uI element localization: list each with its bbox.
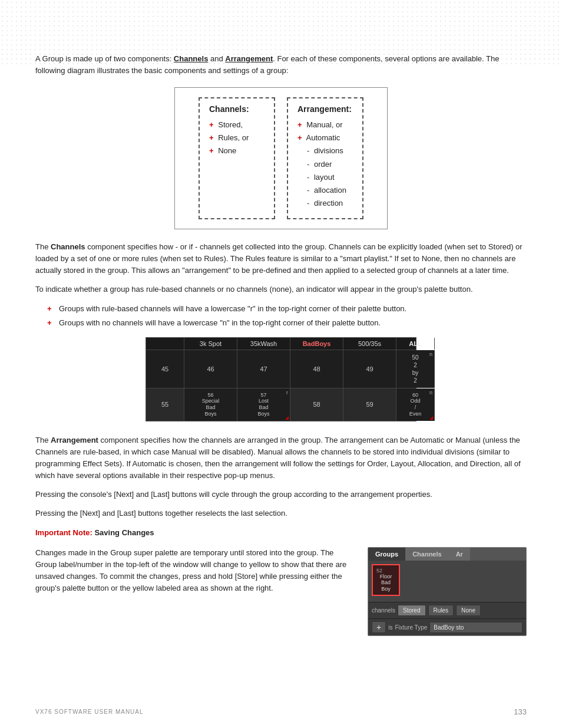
cell-47: 47 [237, 350, 290, 388]
bullet-plus-2: + [47, 317, 54, 329]
cell-59: 59 [343, 388, 396, 421]
arrangement-item-direction: - direction [297, 197, 353, 210]
important-note-label: Important Note: [35, 528, 92, 537]
cell-49: 49 [343, 350, 396, 388]
bottom-section: Changes made in the Group super palette … [35, 547, 527, 636]
col-header-35kwash: 35kWash [237, 338, 290, 350]
cell-50-value: 502by2 [412, 354, 418, 384]
palette-grid: 3k Spot 35kWash BadBoys 500/35s ALL 45 4… [146, 337, 416, 421]
tab-channels[interactable]: Channels [405, 548, 449, 561]
bullet-item-2: + Groups with no channels will have a lo… [47, 317, 527, 329]
channels-item-3: + None [209, 144, 265, 157]
minus-icon-divisions: - [307, 146, 309, 155]
bullet-plus-1: + [47, 303, 54, 315]
saving-changes-label: Saving Changes [94, 528, 154, 537]
arrangement-item-allocation: - allocation [297, 184, 353, 197]
channels-term: Channels [174, 54, 209, 63]
minus-icon-direction: - [307, 199, 309, 207]
cell-60-value: 60Odd/Even [409, 392, 422, 417]
channels-item-2: + Rules, or [209, 131, 265, 144]
fixture-type-label: Fixture Type [395, 624, 427, 631]
arrangement-bold: Arrangement [51, 436, 98, 444]
col-header-all: ALL [396, 338, 435, 350]
bottom-text: Changes made in the Group super palette … [35, 547, 356, 601]
groups-ui-body: 52 FloorBadBoy [368, 561, 526, 602]
cell-60-arrow [429, 416, 433, 420]
col-header-badboys: BadBoys [290, 338, 343, 350]
groups-ui-controls: channels Stored Rules None [368, 602, 526, 618]
arrangement-term: Arrangement [225, 54, 273, 63]
groups-ui-controls-2: + is Fixture Type BadBoy sto [368, 618, 526, 635]
cell-56: 56SpecialBadBoys [184, 388, 237, 421]
palette-grid-container: 3k Spot 35kWash BadBoys 500/35s ALL 45 4… [35, 337, 527, 421]
minus-icon-allocation: - [307, 186, 309, 195]
channels-title: Channels: [209, 104, 265, 114]
intro-paragraph: A Group is made up of two components: Ch… [35, 53, 527, 77]
plus-icon-automatic: + [297, 133, 302, 142]
add-button[interactable]: + [372, 621, 386, 633]
groups-ui-mockup: Groups Channels Ar 52 FloorBadBoy channe [368, 547, 527, 636]
important-note-text: Changes made in the Group super palette … [35, 547, 356, 595]
none-button[interactable]: None [456, 605, 481, 616]
groups-ui: Groups Channels Ar 52 FloorBadBoy channe [368, 547, 527, 636]
groups-palette-cell-52[interactable]: 52 FloorBadBoy [372, 564, 400, 596]
tab-groups[interactable]: Groups [368, 548, 405, 561]
cell-57-value: 57LostBadBoys [257, 392, 269, 417]
pressing-together: Pressing the [Next] and [Last] buttons t… [35, 508, 527, 519]
important-note-heading: Important Note: Saving Changes [35, 527, 527, 539]
arrangement-dashed-box: Arrangement: + Manual, or + Automatic - … [287, 97, 363, 219]
bullet-text-1: Groups with rule-based channels will hav… [59, 303, 406, 315]
plus-icon-2: + [209, 133, 214, 142]
minus-icon-layout: - [307, 173, 309, 182]
tab-ar[interactable]: Ar [449, 548, 470, 561]
palette-header-row: 3k Spot 35kWash BadBoys 500/35s ALL [146, 338, 416, 350]
top-spacer [35, 12, 527, 53]
pressing-next-last: Pressing the console's [Next] and [Last]… [35, 489, 527, 500]
col-header-3kspot: 3k Spot [184, 338, 237, 350]
cell-46: 46 [184, 350, 237, 388]
badboy-field[interactable]: BadBoy sto [429, 622, 523, 633]
channels-bold: Channels [51, 242, 85, 251]
cell-57: r 57LostBadBoys [237, 388, 290, 421]
cell-58: 58 [290, 388, 343, 421]
arrangement-item-automatic: + Automatic [297, 131, 353, 144]
is-label: is [388, 624, 392, 631]
bullet-text-2: Groups with no channels will have a lowe… [59, 317, 381, 329]
cell-48: 48 [290, 350, 343, 388]
arrangement-item-layout: - layout [297, 171, 353, 184]
cell-57-arrow [285, 416, 289, 420]
col-header-500: 500/35s [343, 338, 396, 350]
indicator-paragraph: To indicate whether a group has rule-bas… [35, 284, 527, 295]
groups-ui-tabs: Groups Channels Ar [368, 548, 526, 561]
cell-45: 45 [146, 350, 184, 388]
cell-57-corner: r [286, 390, 288, 397]
channels-component-paragraph: The Channels component specifies how - o… [35, 241, 527, 276]
plus-icon-3: + [209, 146, 214, 155]
rules-button[interactable]: Rules [428, 605, 454, 616]
arrangement-paragraph: The Arrangement component specifies how … [35, 434, 527, 482]
stored-button[interactable]: Stored [398, 605, 425, 616]
minus-icon-order: - [307, 160, 309, 169]
cell-50: n 502by2 [396, 350, 435, 388]
channels-label-text: channels [372, 607, 395, 614]
cell-60-corner: n [429, 390, 432, 397]
cell-52-label: FloorBadBoy [380, 574, 392, 592]
cell-56-value: 56SpecialBadBoys [202, 392, 220, 417]
diagram-box: Channels: + Stored, + Rules, or + None A… [174, 87, 388, 229]
footer-page-number: 133 [514, 707, 527, 716]
cell-60: n 60Odd/Even [396, 388, 435, 421]
cell-50-corner: n [429, 351, 432, 358]
channels-dashed-box: Channels: + Stored, + Rules, or + None [199, 97, 275, 219]
plus-icon-manual: + [297, 120, 302, 129]
cell-52-num: 52 [376, 568, 382, 574]
arrangement-item-divisions: - divisions [297, 144, 353, 157]
palette-row-1: 45 46 47 48 49 n 502by2 [146, 350, 416, 388]
footer-manual-title: VX76 SOFTWARE USER MANUAL [35, 709, 144, 715]
page-footer: VX76 SOFTWARE USER MANUAL 133 [35, 707, 527, 716]
cell-55: 55 [146, 388, 184, 421]
col-header-empty [146, 338, 184, 350]
bullet-list: + Groups with rule-based channels will h… [47, 303, 527, 329]
channels-item-1: + Stored, [209, 118, 265, 131]
plus-icon-1: + [209, 120, 214, 129]
groups-palette-row: 52 FloorBadBoy [372, 564, 523, 596]
